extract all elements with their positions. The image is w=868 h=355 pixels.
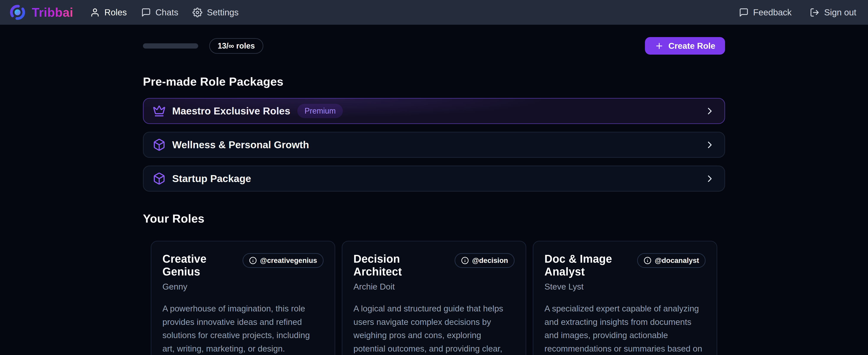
- role-handle: @creativegenius: [260, 256, 317, 265]
- brand-name: Tribbai: [32, 5, 73, 20]
- card-header: Creative Genius @creativegenius: [162, 253, 323, 278]
- role-handle: @docanalyst: [655, 256, 699, 265]
- card-header: Decision Architect @decision: [353, 253, 515, 278]
- your-roles-section-title: Your Roles: [143, 212, 725, 225]
- main-content: 13/∞ roles Create Role Pre-made Role Pac…: [143, 25, 725, 355]
- role-title: Creative Genius: [162, 253, 237, 278]
- role-handle-badge[interactable]: @docanalyst: [637, 253, 706, 268]
- top-nav: Tribbai Roles Chats: [0, 0, 868, 25]
- crown-icon: [153, 105, 166, 117]
- sign-out-button[interactable]: Sign out: [810, 7, 856, 18]
- package-label: Maestro Exclusive Roles: [172, 105, 290, 117]
- feedback-bubble-icon: [739, 7, 749, 17]
- role-description: A specialized expert capable of analyzin…: [545, 302, 706, 355]
- role-handle-badge[interactable]: @decision: [455, 253, 515, 268]
- package-list: Maestro Exclusive Roles Premium Wellness: [143, 98, 725, 191]
- feedback-button[interactable]: Feedback: [739, 7, 792, 18]
- nav-item-chats[interactable]: Chats: [141, 7, 179, 18]
- card-header: Doc & Image Analyst @docanalyst: [545, 253, 706, 278]
- role-card-doc-image-analyst[interactable]: Doc & Image Analyst @docanalyst Steve Ly…: [533, 241, 717, 355]
- role-description: A logical and structured guide that help…: [353, 302, 515, 355]
- chevron-right-icon: [704, 106, 715, 117]
- roles-progress-bar: [143, 43, 198, 49]
- roles-toolbar: 13/∞ roles Create Role: [143, 37, 725, 55]
- create-role-button[interactable]: Create Role: [645, 37, 725, 55]
- package-row-wellness[interactable]: Wellness & Personal Growth: [143, 132, 725, 158]
- nav-right: Feedback Sign out: [739, 7, 857, 18]
- nav-item-label: Roles: [104, 7, 127, 18]
- user-icon: [90, 7, 100, 17]
- info-icon: [249, 257, 257, 264]
- role-card-grid: Creative Genius @creativegenius Genny A …: [143, 241, 725, 355]
- package-icon: [153, 138, 166, 151]
- brand-logo[interactable]: Tribbai: [9, 4, 73, 21]
- roles-count-badge: 13/∞ roles: [209, 38, 264, 54]
- info-icon: [461, 257, 469, 264]
- package-row-maestro[interactable]: Maestro Exclusive Roles Premium: [143, 98, 725, 124]
- app-root: Tribbai Roles Chats: [0, 0, 868, 355]
- role-subtitle: Genny: [162, 282, 323, 292]
- info-icon: [644, 257, 651, 264]
- feedback-label: Feedback: [753, 7, 792, 18]
- create-role-label: Create Role: [668, 41, 715, 51]
- role-handle-badge[interactable]: @creativegenius: [243, 253, 323, 268]
- chat-bubble-icon: [141, 7, 151, 17]
- sign-out-icon: [810, 7, 819, 17]
- role-handle: @decision: [472, 256, 508, 265]
- package-label: Startup Package: [172, 173, 251, 184]
- package-label: Wellness & Personal Growth: [172, 139, 309, 151]
- premium-badge: Premium: [297, 104, 343, 118]
- gear-icon: [192, 7, 202, 17]
- primary-nav: Roles Chats Settings: [90, 7, 239, 18]
- nav-item-settings[interactable]: Settings: [192, 7, 239, 18]
- nav-item-label: Chats: [155, 7, 179, 18]
- role-subtitle: Archie Doit: [353, 282, 515, 292]
- role-title: Doc & Image Analyst: [545, 253, 632, 278]
- chevron-right-icon: [704, 139, 715, 150]
- nav-item-roles[interactable]: Roles: [90, 7, 127, 18]
- nav-item-label: Settings: [207, 7, 239, 18]
- role-subtitle: Steve Lyst: [545, 282, 706, 292]
- plus-icon: [655, 41, 664, 51]
- role-card-creative-genius[interactable]: Creative Genius @creativegenius Genny A …: [151, 241, 335, 355]
- role-title: Decision Architect: [353, 253, 450, 278]
- sign-out-label: Sign out: [824, 7, 856, 18]
- packages-section-title: Pre-made Role Packages: [143, 75, 725, 88]
- role-card-decision-architect[interactable]: Decision Architect @decision Archie Doit…: [342, 241, 526, 355]
- package-icon: [153, 172, 166, 185]
- tribbai-logo-icon: [9, 4, 26, 21]
- package-row-startup[interactable]: Startup Package: [143, 166, 725, 191]
- role-description: A powerhouse of imagination, this role p…: [162, 302, 323, 355]
- chevron-right-icon: [704, 173, 715, 184]
